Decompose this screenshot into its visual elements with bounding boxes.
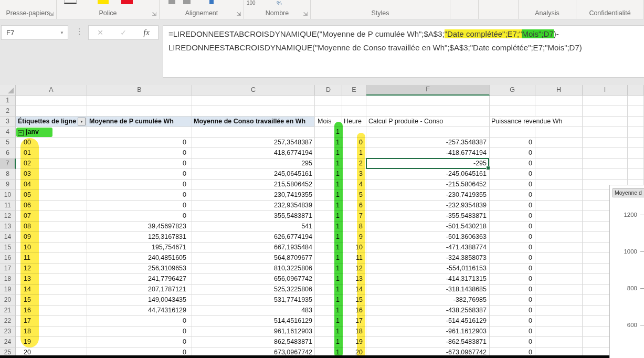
- cell-C12[interactable]: 355,5483871: [192, 211, 315, 222]
- cell-B15[interactable]: 195,754671: [87, 243, 192, 253]
- cell-B5[interactable]: 0: [87, 138, 192, 148]
- cell-H15[interactable]: [535, 243, 583, 253]
- cell-B24[interactable]: 0: [87, 337, 192, 348]
- column-header-I[interactable]: I: [583, 85, 628, 96]
- cell-D10[interactable]: 1: [315, 190, 342, 201]
- cell-A7[interactable]: 02: [16, 159, 87, 169]
- cell-A4[interactable]: −janv: [16, 127, 87, 138]
- collapse-icon[interactable]: −: [18, 130, 24, 136]
- column-header-A[interactable]: A: [16, 85, 87, 96]
- cell-D7[interactable]: 1: [315, 159, 342, 169]
- cell-H9[interactable]: [535, 180, 583, 190]
- cell-F1[interactable]: [366, 96, 490, 106]
- row-header-8[interactable]: 8: [0, 169, 16, 180]
- cell-C24[interactable]: 862,5483871: [192, 337, 315, 348]
- cell-H6[interactable]: [535, 148, 583, 159]
- cell-D3[interactable]: Mois: [315, 117, 342, 127]
- row-header-7[interactable]: 7: [0, 159, 16, 169]
- cell-D23[interactable]: 1: [315, 327, 342, 337]
- cell-A17[interactable]: 12: [16, 264, 87, 274]
- row-header-4[interactable]: 4: [0, 127, 16, 138]
- cell-x6[interactable]: [628, 148, 644, 159]
- cell-A14[interactable]: 09: [16, 232, 87, 243]
- row-header-12[interactable]: 12: [0, 211, 16, 222]
- cell-G24[interactable]: 0: [490, 337, 535, 348]
- cell-C22[interactable]: 514,4516129: [192, 316, 315, 327]
- cell-C7[interactable]: 295: [192, 159, 315, 169]
- cell-D9[interactable]: 1: [315, 180, 342, 190]
- cell-H11[interactable]: [535, 201, 583, 211]
- cell-F15[interactable]: -471,4388774: [366, 243, 490, 253]
- cell-D14[interactable]: 1: [315, 232, 342, 243]
- cell-D22[interactable]: 1: [315, 316, 342, 327]
- cell-B8[interactable]: 0: [87, 169, 192, 180]
- cell-D11[interactable]: 1: [315, 201, 342, 211]
- cell-A3[interactable]: Étiquettes de ligne▼: [16, 117, 87, 127]
- cell-C4[interactable]: [192, 127, 315, 138]
- select-all-corner[interactable]: [0, 85, 16, 96]
- cell-G8[interactable]: 0: [490, 169, 535, 180]
- dialog-launcher-icon[interactable]: ⇲: [49, 12, 54, 17]
- cell-H22[interactable]: [535, 316, 583, 327]
- cell-A15[interactable]: 10: [16, 243, 87, 253]
- row-header-19[interactable]: 19: [0, 285, 16, 295]
- cell-A5[interactable]: 00: [16, 138, 87, 148]
- column-header-F[interactable]: F: [366, 85, 490, 96]
- cell-G16[interactable]: 0: [490, 253, 535, 264]
- column-header-D[interactable]: D: [315, 85, 342, 96]
- cell-H7[interactable]: [535, 159, 583, 169]
- cell-B9[interactable]: 0: [87, 180, 192, 190]
- cell-D17[interactable]: 1: [315, 264, 342, 274]
- row-header-15[interactable]: 15: [0, 243, 16, 253]
- cell-E9[interactable]: 4: [342, 180, 366, 190]
- row-header-11[interactable]: 11: [0, 201, 16, 211]
- cell-G23[interactable]: 0: [490, 327, 535, 337]
- cell-H5[interactable]: [535, 138, 583, 148]
- cell-F12[interactable]: -355,5483871: [366, 211, 490, 222]
- row-header-16[interactable]: 16: [0, 253, 16, 264]
- cell-E11[interactable]: 6: [342, 201, 366, 211]
- cell-G7[interactable]: 0: [490, 159, 535, 169]
- cell-C23[interactable]: 961,1612903: [192, 327, 315, 337]
- row-header-22[interactable]: 22: [0, 316, 16, 327]
- column-header-G[interactable]: G: [490, 85, 535, 96]
- cell-E5[interactable]: 0: [342, 138, 366, 148]
- cell-E10[interactable]: 5: [342, 190, 366, 201]
- row-header-18[interactable]: 18: [0, 274, 16, 285]
- cell-F11[interactable]: -232,9354839: [366, 201, 490, 211]
- cell-A9[interactable]: 04: [16, 180, 87, 190]
- cell-F20[interactable]: -382,76985: [366, 295, 490, 306]
- cell-G14[interactable]: 0: [490, 232, 535, 243]
- cell-B14[interactable]: 125,3167831: [87, 232, 192, 243]
- cell-C19[interactable]: 525,3225806: [192, 285, 315, 295]
- cell-I7[interactable]: [583, 159, 628, 169]
- cell-G15[interactable]: 0: [490, 243, 535, 253]
- cell-F13[interactable]: -501,5430218: [366, 222, 490, 232]
- column-header-H[interactable]: H: [535, 85, 583, 96]
- row-header-21[interactable]: 21: [0, 306, 16, 316]
- cell-G10[interactable]: 0: [490, 190, 535, 201]
- row-header-9[interactable]: 9: [0, 180, 16, 190]
- cell-x4[interactable]: [628, 127, 644, 138]
- cell-A20[interactable]: 15: [16, 295, 87, 306]
- column-header-B[interactable]: B: [87, 85, 192, 96]
- cell-E20[interactable]: 15: [342, 295, 366, 306]
- cell-H17[interactable]: [535, 264, 583, 274]
- cell-x7[interactable]: [628, 159, 644, 169]
- cell-C8[interactable]: 245,0645161: [192, 169, 315, 180]
- row-header-17[interactable]: 17: [0, 264, 16, 274]
- cell-D13[interactable]: 1: [315, 222, 342, 232]
- cell-A6[interactable]: 01: [16, 148, 87, 159]
- cell-G22[interactable]: 0: [490, 316, 535, 327]
- cell-B22[interactable]: 0: [87, 316, 192, 327]
- cell-E16[interactable]: 11: [342, 253, 366, 264]
- cell-C17[interactable]: 810,3225806: [192, 264, 315, 274]
- cell-C2[interactable]: [192, 106, 315, 117]
- cell-F18[interactable]: -414,3171315: [366, 274, 490, 285]
- cell-E6[interactable]: 1: [342, 148, 366, 159]
- cell-F23[interactable]: -961,1612903: [366, 327, 490, 337]
- cell-D5[interactable]: 1: [315, 138, 342, 148]
- cell-F6[interactable]: -418,6774194: [366, 148, 490, 159]
- cell-D19[interactable]: 1: [315, 285, 342, 295]
- cell-D6[interactable]: 1: [315, 148, 342, 159]
